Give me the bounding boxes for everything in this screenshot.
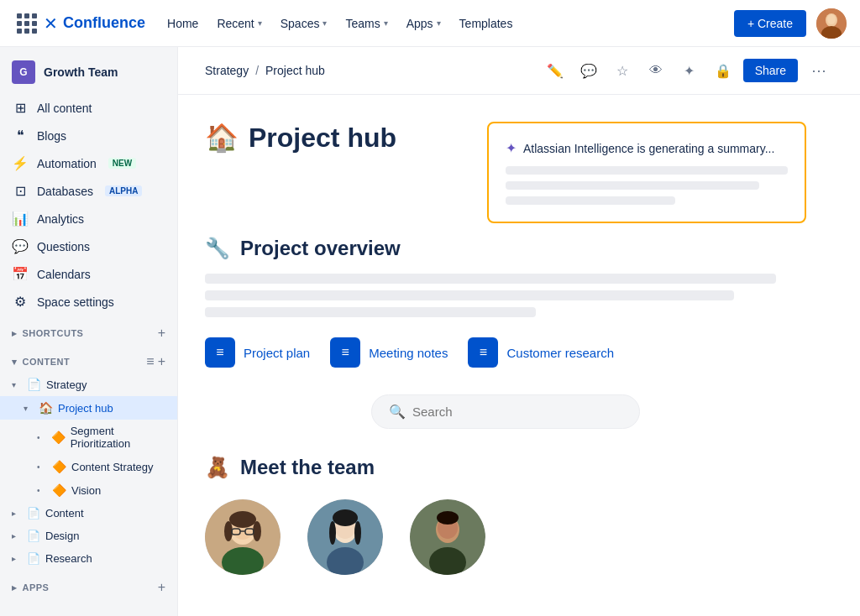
link-card-meeting-notes[interactable]: ≡ Meeting notes: [330, 337, 448, 368]
link-cards: ≡ Project plan ≡ Meeting notes ≡ Custome…: [205, 337, 806, 368]
team-title-row: 🧸 Meet the team: [205, 456, 806, 479]
team-member-avatar-2[interactable]: [307, 499, 383, 575]
sidebar-analytics[interactable]: 📊 Analytics: [0, 205, 177, 232]
content-loading: [205, 274, 806, 317]
tree-project-hub[interactable]: ▾ 🏠 Project hub: [0, 396, 177, 420]
loading-bar-2: [506, 181, 759, 190]
grid-menu-button[interactable]: [13, 10, 40, 37]
section-title: Project overview: [240, 237, 401, 260]
page-icon: 📄: [27, 530, 40, 542]
loading-bar-1: [506, 166, 788, 175]
confluence-logo-icon: ✕: [44, 13, 58, 34]
nav-templates[interactable]: Templates: [451, 12, 522, 35]
apps-section[interactable]: ▸ APPS +: [0, 570, 177, 598]
svg-point-17: [333, 509, 358, 526]
nav-home[interactable]: Home: [159, 12, 207, 35]
sidebar-automation[interactable]: ⚡ Automation NEW: [0, 149, 177, 177]
tree-segment-prioritization[interactable]: • 🔶 Segment Prioritization: [0, 420, 177, 455]
sidebar-item-label: Blogs: [37, 129, 66, 143]
svg-point-24: [437, 511, 459, 525]
topnav-nav: Home Recent ▾ Spaces ▾ Teams ▾ Apps ▾ Te…: [159, 12, 724, 35]
nav-spaces[interactable]: Spaces ▾: [272, 12, 336, 35]
sidebar-item-label: All content: [37, 102, 92, 115]
team-icon: 🧸: [205, 456, 230, 479]
sidebar-databases[interactable]: ⊡ Databases ALPHA: [0, 177, 177, 205]
sidebar-calendars[interactable]: 📅 Calendars: [0, 260, 177, 288]
apps-chevron-icon: ▸: [12, 582, 18, 593]
star-button[interactable]: ☆: [609, 57, 636, 84]
tree-content[interactable]: ▸ 📄 Content: [0, 502, 177, 525]
sidebar-space-settings[interactable]: ⚙ Space settings: [0, 288, 177, 316]
team-member-avatar-1[interactable]: [205, 499, 281, 575]
tree-item-label: Project hub: [58, 402, 113, 415]
tree-design[interactable]: ▸ 📄 Design: [0, 525, 177, 547]
chevron-down-icon: ▾: [384, 18, 388, 28]
main-layout: G Growth Team ⊞ All content ❝ Blogs + ⚡ …: [0, 0, 860, 616]
search-bar[interactable]: 🔍: [371, 394, 640, 429]
search-input[interactable]: [412, 405, 622, 419]
tree-item-label: Design: [45, 530, 79, 542]
databases-icon: ⊡: [12, 183, 29, 199]
loading-bar-3: [506, 196, 675, 205]
comment-button[interactable]: 💬: [575, 57, 602, 84]
page-title: Project hub: [249, 123, 396, 154]
tree-content-strategy[interactable]: • 🔶 Content Strategy: [0, 455, 177, 478]
space-header[interactable]: G Growth Team: [0, 47, 177, 94]
search-icon: 🔍: [389, 404, 406, 420]
share-button[interactable]: Share: [743, 59, 798, 82]
nav-recent[interactable]: Recent ▾: [208, 12, 270, 35]
link-card-label: Meeting notes: [369, 346, 448, 360]
space-name: Growth Team: [44, 65, 118, 79]
chevron-right-icon: ▸: [12, 509, 22, 518]
lock-button[interactable]: 🔒: [710, 57, 737, 84]
add-content-button[interactable]: +: [158, 354, 165, 369]
tree-item-label: Content Strategy: [71, 461, 154, 473]
filter-content-button[interactable]: ≡: [146, 354, 154, 369]
blogs-icon: ❝: [12, 128, 29, 144]
nav-teams[interactable]: Teams ▾: [337, 12, 396, 35]
edit-button[interactable]: ✏️: [542, 57, 569, 84]
watch-button[interactable]: 👁: [642, 57, 669, 84]
svg-point-18: [329, 521, 336, 545]
link-card-label: Customer research: [506, 346, 614, 360]
link-card-project-plan[interactable]: ≡ Project plan: [205, 337, 310, 368]
svg-point-19: [354, 521, 361, 545]
content-section[interactable]: ▾ CONTENT ≡ +: [0, 344, 177, 373]
new-badge: NEW: [108, 158, 136, 169]
link-card-customer-research[interactable]: ≡ Customer research: [468, 337, 614, 368]
space-icon: G: [12, 60, 35, 84]
tree-strategy[interactable]: ▾ 📄 Strategy: [0, 373, 177, 396]
all-content-icon: ⊞: [12, 100, 29, 116]
svg-point-3: [827, 14, 836, 24]
breadcrumb: Strategy / Project hub: [205, 64, 325, 77]
page-actions: ✏️ 💬 ☆ 👁 ✦ 🔒 Share ⋯: [542, 57, 833, 84]
link-card-label: Project plan: [244, 346, 310, 360]
page-title-icon: 🏠: [205, 122, 239, 154]
nav-apps[interactable]: Apps ▾: [398, 12, 449, 35]
confluence-logo[interactable]: ✕ Confluence: [44, 13, 145, 34]
bullet-icon: •: [37, 486, 47, 495]
breadcrumb-parent[interactable]: Strategy: [205, 64, 249, 77]
svg-point-7: [229, 511, 256, 528]
team-member-avatar-3[interactable]: [410, 499, 485, 575]
page-content-area: ✦ Atlassian Intelligence is generating a…: [178, 95, 833, 616]
sidebar-all-content[interactable]: ⊞ All content: [0, 94, 177, 122]
ai-button[interactable]: ✦: [676, 57, 703, 84]
sidebar-item-label: Calendars: [37, 268, 91, 281]
add-app-button[interactable]: +: [158, 580, 165, 595]
ai-icon: ✦: [506, 140, 517, 156]
more-actions-button[interactable]: ⋯: [805, 58, 833, 83]
shortcuts-section[interactable]: ▸ SHORTCUTS +: [0, 316, 177, 344]
tree-research[interactable]: ▸ 📄 Research: [0, 547, 177, 570]
user-avatar[interactable]: [816, 8, 847, 39]
sidebar-item-label: Analytics: [37, 212, 84, 226]
create-button[interactable]: + Create: [734, 10, 806, 37]
ai-summary-header: ✦ Atlassian Intelligence is generating a…: [506, 140, 788, 156]
topnav: ✕ Confluence Home Recent ▾ Spaces ▾ Team…: [0, 0, 860, 47]
tree-vision[interactable]: • 🔶 Vision: [0, 478, 177, 502]
page-title-row: 🏠 Project hub: [205, 122, 460, 154]
add-shortcut-button[interactable]: +: [158, 326, 165, 341]
sidebar-blogs[interactable]: ❝ Blogs +: [0, 122, 177, 149]
tree-item-label: Vision: [71, 484, 101, 497]
sidebar-questions[interactable]: 💬 Questions: [0, 232, 177, 260]
